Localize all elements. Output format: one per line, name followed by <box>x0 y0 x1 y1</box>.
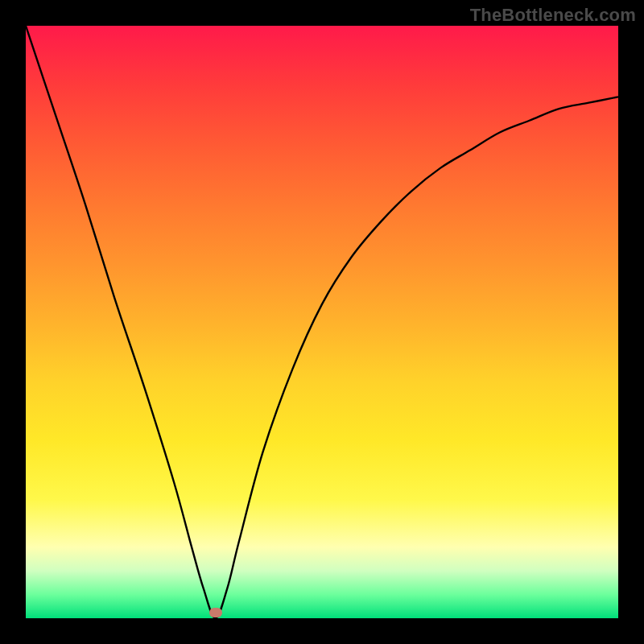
minimum-marker <box>209 608 222 617</box>
chart-frame <box>26 26 618 618</box>
watermark-text: TheBottleneck.com <box>470 5 636 26</box>
bottleneck-curve <box>26 26 618 618</box>
curve-path <box>26 26 618 618</box>
